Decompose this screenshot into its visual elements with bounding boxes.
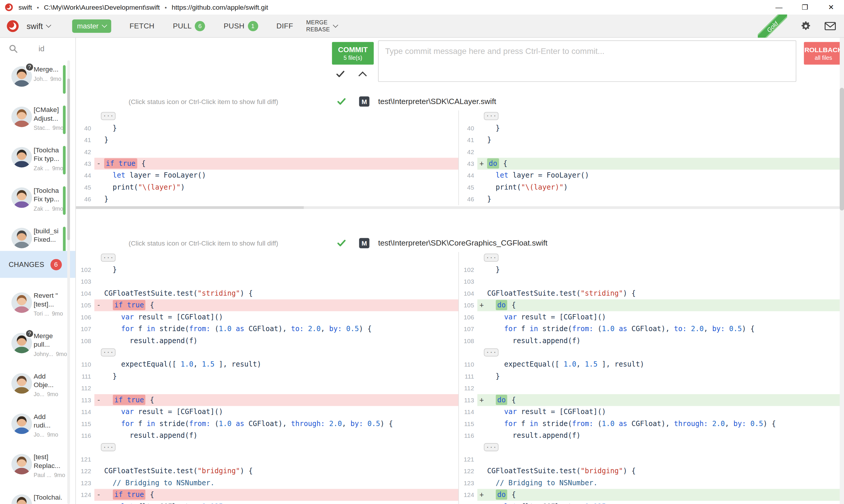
search-input[interactable] <box>38 44 71 53</box>
expand-context-button[interactable]: ··· <box>101 443 115 451</box>
code-text: result.append(f) <box>94 430 458 441</box>
commit-message-input[interactable] <box>378 40 796 82</box>
changes-item[interactable]: CHANGES 6 <box>0 251 75 278</box>
commit-list-item[interactable]: [CMake] Adjust... Stac... 9mo <box>0 100 75 140</box>
commit-list-item[interactable]: [Toolchai... <box>0 487 75 504</box>
file-status-check-icon[interactable] <box>337 238 346 248</box>
code-text: - if true { <box>94 394 458 406</box>
rollback-button[interactable]: ROLLBACK all files <box>804 42 843 65</box>
code-text: } <box>478 193 844 205</box>
fetch-button[interactable]: FETCH <box>129 22 155 30</box>
diff-change-mark: + <box>480 158 487 169</box>
commit-author: Jo... <box>34 391 44 397</box>
maximize-button[interactable]: ❐ <box>792 3 818 12</box>
expand-context-button[interactable]: ··· <box>484 348 499 357</box>
pull-button[interactable]: PULL 6 <box>173 21 205 31</box>
commit-list-item[interactable]: Add rudi... Jo... 9mo <box>0 407 75 447</box>
diff-line: 122CGFloatTestSuite.test("bridging") { <box>76 465 458 477</box>
line-number: 42 <box>76 146 94 158</box>
commit-button-label: COMMIT <box>338 46 367 54</box>
line-number: 123 <box>76 477 94 489</box>
horizontal-scrollbar-thumb[interactable] <box>76 206 304 209</box>
commit-list-item[interactable]: ? Merge... Joh... 9mo <box>0 59 75 100</box>
diff-line: 105+ do { <box>459 300 844 311</box>
diff-change-mark: - <box>96 489 104 501</box>
close-button[interactable]: ✕ <box>818 3 844 12</box>
code-text: } <box>478 264 844 275</box>
line-number: 45 <box>459 181 478 193</box>
commit-title: [Toolchai... <box>34 493 64 504</box>
collapse-caret-icon[interactable] <box>360 70 365 78</box>
push-button[interactable]: PUSH 1 <box>223 21 258 31</box>
sidebar-scrollbar-thumb[interactable] <box>67 78 70 240</box>
gold-label: Gold <box>758 14 787 37</box>
diff-line: 44 let layer = FooLayer() <box>76 170 458 181</box>
repo-selector[interactable]: swift <box>27 21 50 31</box>
diff-line: 115 for f in stride(from: (1.0 as CGFloa… <box>76 418 458 430</box>
main-scrollbar[interactable] <box>840 38 844 504</box>
expand-context-button[interactable]: ··· <box>484 254 499 262</box>
title-separator: • <box>165 4 167 11</box>
code-text: + do { <box>478 489 844 501</box>
code-text <box>94 453 458 465</box>
author-avatar <box>12 292 32 313</box>
minimize-button[interactable]: — <box>766 3 792 12</box>
expand-context-button[interactable]: ··· <box>101 348 115 357</box>
code-text: result.append(f) <box>478 430 844 441</box>
diff-line: 116 result.append(f) <box>76 430 458 441</box>
commit-list-item[interactable]: [Toolcha Fix typ... Zak ... 9mo <box>0 140 75 180</box>
line-number: 106 <box>76 311 94 323</box>
line-number: 46 <box>76 193 94 205</box>
diff-line: 40 } <box>76 122 458 134</box>
code-text: ··· <box>478 442 844 453</box>
expand-context-button[interactable]: ··· <box>101 254 115 262</box>
code-text: let flt: CGFloat = 1.125 <box>478 501 844 504</box>
diff-hint: (Click status icon or Ctrl-Click item to… <box>108 98 298 106</box>
commit-list-item[interactable]: Revert " [test]... Tori ... 9mo <box>0 285 75 326</box>
diff-line: 124- if true { <box>76 489 458 501</box>
commit-button[interactable]: COMMIT 5 file(s) <box>332 42 374 65</box>
expand-context-button[interactable]: ··· <box>484 443 499 451</box>
settings-gear-icon[interactable] <box>800 20 811 32</box>
question-badge: ? <box>25 329 34 338</box>
main-scrollbar-thumb[interactable] <box>840 88 844 211</box>
code-text: + do { <box>478 394 844 406</box>
code-text: +do { <box>478 158 844 169</box>
diff-line: 123 // Bridging to NSNumber. <box>459 477 844 489</box>
line-number: 112 <box>76 382 94 394</box>
mail-icon[interactable] <box>825 20 836 32</box>
code-text <box>478 453 844 465</box>
code-text: var result = [CGFloat]() <box>94 406 458 418</box>
merge-rebase-button[interactable]: MERGE REBASE <box>306 19 338 33</box>
line-number <box>76 110 94 122</box>
commit-list-item[interactable]: Add Obje... Jo... 9mo <box>0 366 75 407</box>
commit-title: Add rudi... <box>34 413 64 430</box>
file-diff-section: (Click status icon or Ctrl-Click item to… <box>76 236 844 504</box>
code-text: CGFloatTestSuite.test("striding") { <box>478 287 844 299</box>
diff-button[interactable]: DIFF <box>276 22 293 30</box>
line-number: 43 <box>76 158 94 169</box>
sidebar-scrollbar[interactable] <box>67 60 70 504</box>
diff-line: 43-if true { <box>76 158 458 169</box>
file-name: test\Interpreter\SDK\CALayer.swift <box>378 97 496 106</box>
code-text: print("\(layer)") <box>478 181 844 193</box>
horizontal-scrollbar[interactable] <box>76 206 844 209</box>
diff-line: ··· <box>459 347 844 358</box>
diff-change-mark: + <box>480 489 487 501</box>
commit-list-item[interactable]: [test] Replac... Paul ... 9mo <box>0 447 75 487</box>
sidebar-search-row <box>0 38 75 59</box>
commit-list-item[interactable]: [build_si Fixed... <box>0 221 75 251</box>
code-text: expectEqual([ 1.0, 1.5 ], result) <box>94 359 458 371</box>
diff-split-view: ···102 }103104CGFloatTestSuite.test("str… <box>76 252 844 504</box>
expand-context-button[interactable]: ··· <box>101 112 115 120</box>
expand-context-button[interactable]: ··· <box>484 112 499 120</box>
file-status-check-icon[interactable] <box>337 97 346 106</box>
commit-title: [build_si Fixed... <box>34 227 64 244</box>
select-all-check-icon[interactable] <box>336 69 345 78</box>
line-number: 106 <box>459 311 478 323</box>
commit-list-item[interactable]: [Toolcha Fix typ... Zak ... 9mo <box>0 180 75 221</box>
commit-list-item[interactable]: ? Merge pull... Johny... 9mo <box>0 326 75 366</box>
author-avatar <box>12 147 32 168</box>
branch-selector[interactable]: master <box>72 19 111 33</box>
search-icon <box>9 44 18 53</box>
